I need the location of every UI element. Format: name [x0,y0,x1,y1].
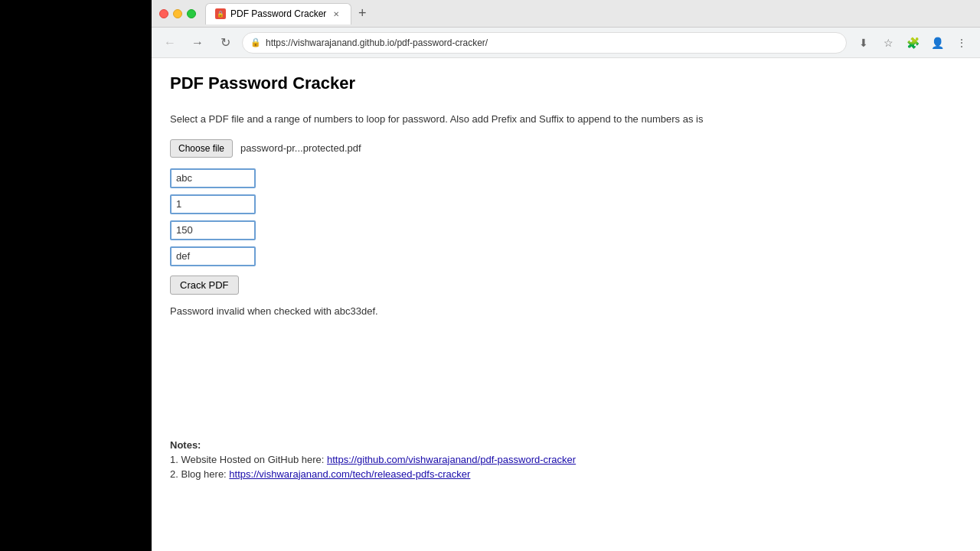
notes-list: 1. Website Hosted on GitHub here: https:… [170,454,962,480]
menu-button[interactable]: ⋮ [951,32,972,54]
description-text: Select a PDF file and a range of numbers… [170,112,962,127]
page-content: PDF Password Cracker Select a PDF file a… [152,58,980,551]
notes-item-1-text: Website Hosted on GitHub here: [181,454,327,465]
close-traffic-light[interactable] [159,9,168,18]
active-tab[interactable]: 🔒 PDF Password Cracker ✕ [205,3,351,24]
notes-item-2-number: 2. [170,468,181,480]
range-end-input[interactable] [170,220,256,240]
notes-section: Notes: 1. Website Hosted on GitHub here:… [170,439,962,480]
maximize-traffic-light[interactable] [187,9,196,18]
url-text: https://vishwarajanand.github.io/pdf-pas… [266,37,838,48]
tab-bar: 🔒 PDF Password Cracker ✕ + [205,3,373,24]
notes-item-2-link[interactable]: https://vishwarajanand.com/tech/released… [229,468,470,480]
notes-item-1-number: 1. [170,454,181,465]
back-button[interactable]: ← [159,32,181,54]
choose-file-button[interactable]: Choose file [170,139,233,158]
suffix-input[interactable] [170,246,256,266]
status-message: Password invalid when checked with abc33… [170,305,962,317]
forward-icon: → [191,36,204,50]
file-name-display: password-pr...protected.pdf [240,142,361,154]
extensions-button[interactable]: 🧩 [902,32,923,54]
file-input-row: Choose file password-pr...protected.pdf [170,139,962,158]
new-tab-button[interactable]: + [351,3,373,24]
nav-actions: ⬇ ☆ 🧩 👤 ⋮ [853,32,972,54]
tab-favicon: 🔒 [215,8,226,19]
title-bar: 🔒 PDF Password Cracker ✕ + [152,0,980,28]
nav-bar: ← → ↻ 🔒 https://vishwarajanand.github.io… [152,28,980,58]
notes-item-2-text: Blog here: [181,468,229,480]
minimize-traffic-light[interactable] [173,9,182,18]
bookmark-button[interactable]: ☆ [877,32,899,54]
address-bar[interactable]: 🔒 https://vishwarajanand.github.io/pdf-p… [242,32,847,54]
range-start-input[interactable] [170,194,256,214]
forward-button[interactable]: → [187,32,208,54]
notes-item-2: 2. Blog here: https://vishwarajanand.com… [170,468,962,480]
tab-close-button[interactable]: ✕ [331,8,341,19]
lock-icon: 🔒 [250,37,261,47]
prefix-input[interactable] [170,168,256,188]
reload-button[interactable]: ↻ [214,32,236,54]
traffic-lights [159,9,196,18]
browser-window: 🔒 PDF Password Cracker ✕ + ← → ↻ 🔒 https… [152,0,980,551]
notes-title: Notes: [170,439,962,451]
crack-pdf-button[interactable]: Crack PDF [170,276,239,295]
download-button[interactable]: ⬇ [853,32,874,54]
back-icon: ← [164,36,176,50]
tab-title: PDF Password Cracker [230,8,326,19]
notes-item-1: 1. Website Hosted on GitHub here: https:… [170,454,962,465]
notes-item-1-link[interactable]: https://github.com/vishwarajanand/pdf-pa… [327,454,576,465]
reload-icon: ↻ [220,35,230,50]
profile-button[interactable]: 👤 [926,32,948,54]
page-title: PDF Password Cracker [170,73,962,93]
